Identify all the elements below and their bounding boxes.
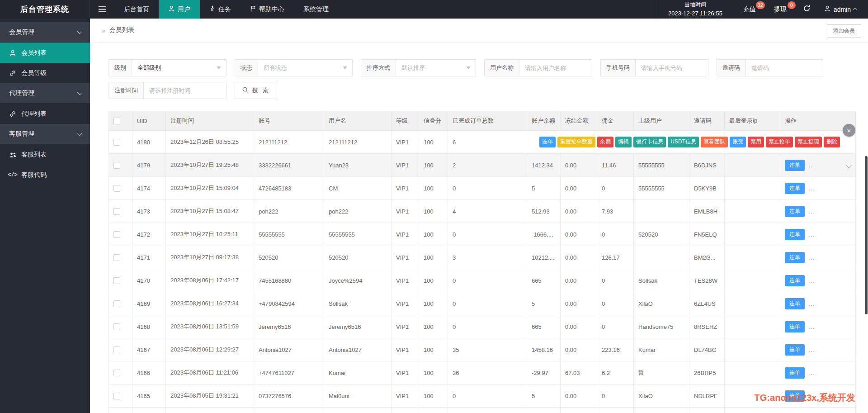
sidebar-item-会员等级[interactable]: 会员等级: [0, 63, 90, 83]
sort-select[interactable]: 默认排序: [396, 60, 476, 76]
select-all-checkbox[interactable]: [113, 118, 120, 124]
action-button-银行卡信息[interactable]: 银行卡信息: [633, 137, 666, 147]
row-checkbox[interactable]: [113, 185, 120, 192]
liandan-button[interactable]: 连单: [785, 321, 805, 332]
add-member-button[interactable]: 添加会员: [827, 24, 861, 38]
dropdown-triangle-icon: [343, 66, 347, 69]
more-actions-button[interactable]: ...: [809, 231, 815, 238]
action-button-连单[interactable]: 连单: [539, 137, 556, 147]
commission-cell: 7.93: [597, 200, 634, 223]
more-actions-button[interactable]: ...: [809, 347, 815, 353]
row-checkbox[interactable]: [113, 393, 120, 399]
nav-tab-系统管理[interactable]: 系统管理: [294, 0, 338, 19]
sidebar-item-代理列表[interactable]: 代理列表: [0, 104, 90, 124]
action-button-禁用[interactable]: 禁用: [748, 137, 764, 147]
regtime-filter: 注册时间: [108, 82, 226, 99]
sidebar-group-label: 客服管理: [9, 130, 34, 138]
regtime-filter-label: 注册时间: [109, 82, 144, 99]
uid-cell: 4180: [132, 131, 166, 154]
more-actions-button[interactable]: ...: [809, 370, 815, 376]
liandan-button[interactable]: 连单: [785, 160, 805, 171]
liandan-button[interactable]: 连单: [785, 252, 805, 263]
row-checkbox[interactable]: [113, 347, 120, 353]
more-actions-button[interactable]: ...: [809, 208, 815, 215]
flag-icon: [250, 5, 256, 13]
search-button[interactable]: 搜 索: [235, 82, 277, 99]
empty-cell: [527, 408, 561, 413]
invite-cell: EMLB8H: [689, 200, 725, 223]
action-button-删除[interactable]: 删除: [824, 137, 840, 147]
row-checkbox[interactable]: [113, 300, 120, 307]
phone-input[interactable]: [636, 60, 708, 76]
level-cell: VIP1: [392, 361, 419, 385]
nav-tab-任务[interactable]: 任务: [200, 0, 241, 19]
more-actions-button[interactable]: ...: [809, 300, 815, 307]
invite-input[interactable]: [746, 60, 823, 76]
sidebar-item-客服代码[interactable]: </>客服代码: [0, 165, 90, 185]
chevron-down-icon[interactable]: [846, 162, 852, 168]
nav-tab-用户[interactable]: 用户: [159, 0, 200, 19]
watermark: TG:anons123x,系统开发: [755, 392, 855, 404]
nav-tab-label: 后台首页: [124, 5, 149, 14]
vertical-scrollbar-thumb[interactable]: [865, 156, 868, 314]
liandan-button[interactable]: 连单: [785, 344, 805, 356]
status-filter-label: 状态: [235, 60, 258, 76]
row-checkbox[interactable]: [113, 323, 120, 330]
sidebar-group-代理管理[interactable]: 代理管理: [0, 83, 90, 103]
sidebar-group-客服管理[interactable]: 客服管理: [0, 124, 90, 144]
empty-cell: [419, 408, 448, 413]
action-button-禁止抢单[interactable]: 禁止抢单: [766, 137, 793, 147]
more-actions-button[interactable]: ...: [809, 185, 815, 192]
nav-tab-帮助中心[interactable]: 帮助中心: [241, 0, 294, 19]
more-actions-button[interactable]: ...: [809, 323, 815, 330]
parent-cell: 哲: [634, 361, 689, 385]
row-checkbox[interactable]: [113, 139, 120, 146]
sidebar-group-会员管理[interactable]: 会员管理: [0, 22, 90, 42]
uid-cell: 4171: [132, 246, 166, 269]
liandan-button[interactable]: 连单: [785, 229, 805, 240]
action-button-余额[interactable]: 余额: [597, 137, 613, 147]
row-checkbox[interactable]: [113, 370, 120, 376]
liandan-button[interactable]: 连单: [785, 206, 805, 217]
action-button-禁止提现[interactable]: 禁止提现: [795, 137, 822, 147]
regtime-input[interactable]: [144, 82, 226, 99]
recharge-link[interactable]: 充值 32: [734, 0, 765, 19]
refresh-button[interactable]: [796, 0, 818, 19]
nav-tab-后台首页[interactable]: 后台首页: [114, 0, 159, 19]
more-actions-button[interactable]: ...: [809, 254, 815, 261]
member-table-wrap: UID注册时间账号用户名等级信誉分已完成订单总数账户余额冻结金额佣金上级用户邀请…: [108, 111, 855, 413]
balance-cell: 5: [527, 292, 561, 315]
commission-cell: 0: [597, 292, 634, 315]
close-actions-button[interactable]: ×: [843, 124, 855, 137]
row-checkbox[interactable]: [113, 231, 120, 238]
empty-cell: [448, 408, 527, 413]
action-button-USDT信息[interactable]: USDT信息: [668, 137, 699, 147]
liandan-button[interactable]: 连单: [785, 367, 805, 379]
action-button-查看团队[interactable]: 查看团队: [701, 137, 728, 147]
invite-cell: 8RSEHZ: [689, 315, 725, 338]
username-input[interactable]: [519, 60, 592, 76]
liandan-button[interactable]: 连单: [785, 298, 805, 309]
more-actions-button[interactable]: ...: [809, 277, 815, 284]
sidebar-item-会员列表[interactable]: 会员列表: [0, 43, 90, 63]
row-checkbox[interactable]: [113, 208, 120, 215]
invite-filter-label: 邀请码: [717, 60, 746, 76]
withdraw-link[interactable]: 提现 0: [765, 0, 796, 19]
row-select-cell: [109, 200, 132, 223]
status-select[interactable]: 所有状态: [258, 60, 352, 76]
more-actions-button[interactable]: ...: [809, 162, 815, 169]
sidebar-toggle-button[interactable]: [90, 0, 114, 19]
row-select-cell: [109, 131, 132, 154]
user-menu[interactable]: admin: [818, 0, 868, 19]
table-row-4171: 41712023年10月27日 09:17:38520520520520VIP1…: [109, 246, 856, 269]
action-button-重置抢单数量[interactable]: 重置抢单数量: [557, 137, 595, 147]
row-checkbox[interactable]: [113, 254, 120, 261]
liandan-button[interactable]: 连单: [785, 183, 805, 194]
sidebar-item-客服列表[interactable]: 客服列表: [0, 144, 90, 165]
level-select[interactable]: 全部级别: [132, 60, 226, 76]
row-checkbox[interactable]: [113, 162, 120, 169]
row-checkbox[interactable]: [113, 277, 120, 284]
action-button-账变[interactable]: 账变: [730, 137, 746, 147]
action-button-编辑[interactable]: 编辑: [615, 137, 632, 147]
liandan-button[interactable]: 连单: [785, 275, 805, 286]
